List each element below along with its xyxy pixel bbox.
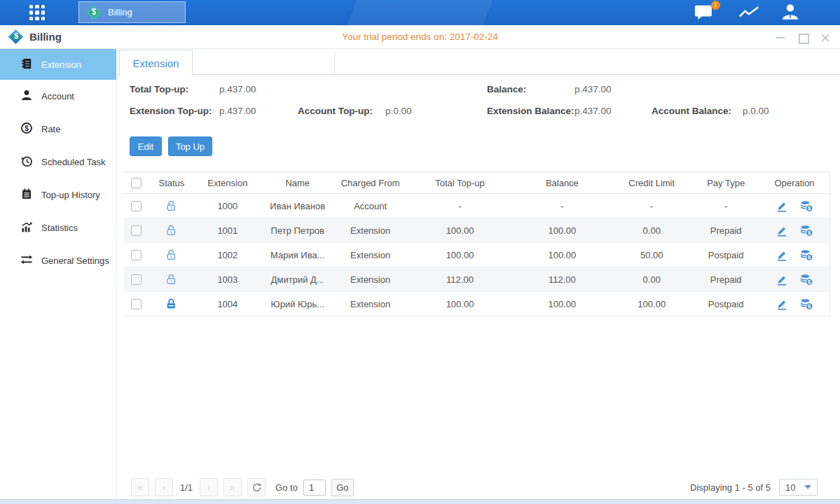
minimize-icon[interactable] — [775, 32, 785, 43]
app-launcher-grid-icon[interactable] — [29, 5, 45, 20]
trial-notice: Your trial period ends on: 2017-02-24 — [342, 31, 497, 42]
cell-extension: 1000 — [194, 201, 261, 211]
top-up-row-icon[interactable]: $ — [799, 274, 813, 286]
sidebar-item-label: Extension — [41, 59, 81, 70]
billing-diamond-icon: $ — [86, 5, 102, 20]
edit-row-icon[interactable] — [776, 200, 788, 212]
rate-dollar-icon: $ — [20, 122, 33, 136]
sidebar-item-extension[interactable]: Extension — [0, 49, 116, 80]
table-row: 1001 Петр Петров Extension 100.00 100.00… — [124, 218, 829, 243]
top-up-row-icon[interactable]: $ — [799, 249, 813, 261]
cell-balance: 100.00 — [513, 299, 611, 309]
column-charged-from: Charged From — [334, 178, 407, 188]
goto-page-input[interactable] — [303, 479, 326, 496]
sidebar-item-label: Scheduled Task — [41, 157, 106, 167]
main-content: Extension Total Top-up: p.437.00 Balance… — [117, 49, 840, 499]
scheduled-task-clock-icon — [20, 155, 33, 169]
balance-label: Balance: — [487, 84, 574, 94]
billing-summary: Total Top-up: p.437.00 Balance: p.437.00… — [117, 83, 840, 129]
cell-extension: 1001 — [194, 225, 261, 236]
first-page-button[interactable]: « — [131, 478, 149, 496]
row-checkbox[interactable] — [131, 250, 142, 260]
top-up-row-icon[interactable]: $ — [799, 225, 813, 237]
select-all-checkbox[interactable] — [131, 178, 142, 188]
pagination-bar: « ‹ 1/1 › » Go to Go Displaying 1 - 5 of… — [124, 477, 840, 497]
extension-topup-value: p.437.00 — [219, 106, 256, 116]
row-checkbox[interactable] — [131, 225, 142, 236]
cell-charged-from: Extension — [334, 250, 407, 260]
cell-extension: 1003 — [194, 274, 261, 285]
sidebar-item-label: General Settings — [41, 255, 109, 266]
tab-divider — [334, 52, 335, 74]
row-checkbox[interactable] — [131, 274, 142, 285]
edit-row-icon[interactable] — [776, 298, 788, 310]
column-name: Name — [261, 178, 334, 188]
cell-credit-limit: 100.00 — [611, 299, 692, 309]
sidebar-item-account[interactable]: Account — [0, 80, 116, 113]
chevron-down-icon — [804, 485, 811, 489]
lock-status-icon — [165, 298, 177, 308]
edit-button[interactable]: Edit — [130, 136, 162, 156]
next-page-button[interactable]: › — [200, 478, 218, 496]
extension-balance-label: Extension Balance: — [487, 106, 574, 116]
column-balance: Balance — [513, 178, 611, 188]
sidebar-item-topup-history[interactable]: Top-up History — [0, 178, 116, 211]
page-size-select[interactable]: 10 — [779, 479, 818, 496]
row-checkbox[interactable] — [131, 299, 142, 309]
edit-row-icon[interactable] — [776, 274, 788, 286]
sidebar-item-general-settings[interactable]: General Settings — [0, 244, 116, 277]
cell-pay-type: Prepaid — [692, 274, 759, 285]
account-topup-value: p.0.00 — [385, 106, 412, 116]
displaying-info: Displaying 1 - 5 of 5 — [690, 482, 771, 493]
sidebar-item-statistics[interactable]: Statistics — [0, 211, 116, 244]
notification-badge: ! — [711, 1, 720, 10]
cell-extension: 1002 — [194, 250, 261, 260]
row-checkbox[interactable] — [131, 201, 142, 211]
user-account-icon[interactable] — [780, 3, 804, 21]
extension-balance-value: p.437.00 — [574, 106, 612, 116]
page-indicator: 1/1 — [180, 482, 193, 493]
account-topup-label: Account Top-up: — [298, 106, 385, 116]
window-title: Billing — [29, 31, 62, 43]
last-page-button[interactable]: » — [223, 478, 242, 496]
billing-logo-icon: $ — [8, 29, 24, 45]
cell-total-topup: 100.00 — [407, 299, 514, 309]
cell-total-topup: 112.00 — [407, 274, 514, 285]
refresh-button[interactable] — [247, 478, 266, 496]
edit-row-icon[interactable] — [776, 225, 788, 237]
column-total-topup: Total Top-up — [407, 178, 514, 188]
top-up-row-icon[interactable]: $ — [799, 298, 813, 310]
edit-row-icon[interactable] — [776, 249, 788, 261]
cell-name: Петр Петров — [261, 225, 334, 236]
sidebar-item-label: Statistics — [41, 223, 78, 233]
top-up-button[interactable]: Top Up — [168, 136, 212, 156]
balance-value: p.437.00 — [574, 84, 612, 94]
extension-topup-label: Extension Top-up: — [130, 106, 219, 116]
cell-credit-limit: 0.00 — [611, 225, 692, 236]
window-titlebar: $ Billing Your trial period ends on: 201… — [0, 25, 840, 49]
taskbar: $ Billing ! — [0, 0, 840, 25]
tab-strip: Extension — [117, 49, 840, 75]
prev-page-button[interactable]: ‹ — [155, 478, 173, 496]
taskbar-tab-billing[interactable]: $ Billing — [78, 1, 186, 23]
sidebar: Extension Account $ Rate — [0, 49, 117, 499]
sidebar-item-label: Rate — [41, 124, 60, 134]
sidebar-item-rate[interactable]: $ Rate — [0, 113, 116, 146]
sidebar-item-scheduled-task[interactable]: Scheduled Task — [0, 146, 116, 178]
maximize-icon[interactable] — [797, 32, 808, 43]
table-row: 1003 Дмитрий Д... Extension 112.00 112.0… — [124, 267, 829, 292]
window-bottom-edge — [0, 499, 840, 504]
messages-icon[interactable]: ! — [694, 4, 717, 22]
table-row: 1000 Иван Иванов Account - - - - $ — [124, 194, 829, 218]
cell-pay-type: - — [692, 201, 759, 211]
billing-window: $ Billing ! — [0, 0, 840, 504]
tab-extension[interactable]: Extension — [119, 50, 193, 76]
go-button[interactable]: Go — [331, 479, 354, 496]
cell-charged-from: Extension — [334, 299, 407, 309]
account-balance-label: Account Balance: — [652, 106, 743, 116]
top-up-row-icon[interactable]: $ — [799, 200, 813, 212]
cell-name: Мария Ива... — [261, 250, 334, 260]
statistics-chart-icon[interactable] — [737, 5, 761, 23]
close-icon[interactable] — [820, 32, 830, 43]
cell-credit-limit: 0.00 — [611, 274, 692, 285]
